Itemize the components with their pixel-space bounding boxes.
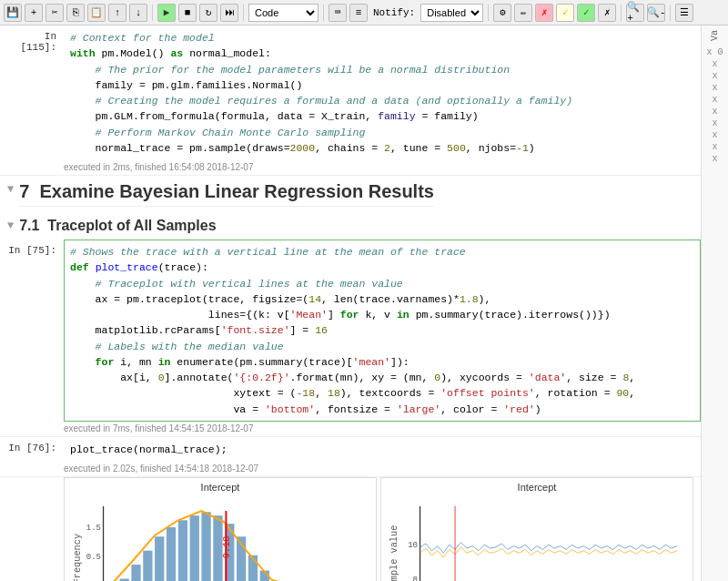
settings-icon[interactable]: ⚙ bbox=[493, 4, 511, 22]
svg-rect-18 bbox=[178, 520, 187, 581]
c75-line-4: ax = pm.traceplot(trace, figsize=(14, le… bbox=[70, 291, 694, 307]
code-line-3: pm.GLM.from_formula(formula, data = X_tr… bbox=[70, 108, 694, 124]
separator-1 bbox=[152, 5, 153, 21]
sidebar-var-label: Va bbox=[710, 30, 720, 41]
separator-2 bbox=[243, 5, 244, 21]
section-7-collapse[interactable]: ▼ bbox=[7, 183, 14, 196]
c75-line-11: ax[i, 0].annotate('{:0.2f}'.format(mn), … bbox=[70, 370, 694, 385]
run-icon[interactable]: ▶ bbox=[157, 4, 176, 22]
zoom-in-icon[interactable]: 🔍+ bbox=[626, 4, 644, 22]
menu-icon[interactable]: ☰ bbox=[675, 4, 693, 22]
plots-grid: Intercept Frequency 0.0 0.5 1.5 7.5 8.0 bbox=[64, 477, 693, 581]
intercept-histogram: Intercept Frequency 0.0 0.5 1.5 7.5 8.0 bbox=[64, 477, 377, 581]
paste-icon[interactable]: 📋 bbox=[87, 4, 106, 22]
code-comment-3: # Creating the model requires a formula … bbox=[70, 93, 694, 108]
c75-line-3: # Traceplot with vertical lines at the m… bbox=[70, 276, 694, 291]
keyboard-icon[interactable]: ⌨ bbox=[329, 4, 347, 22]
section-71-row: ▼ 7.1 Traceplot of All Samples bbox=[0, 216, 701, 240]
cut-icon[interactable]: ✂ bbox=[46, 4, 64, 22]
sidebar-x-label: x 0 bbox=[706, 47, 723, 57]
notify-label: Notify: bbox=[373, 7, 415, 18]
separator-4 bbox=[488, 5, 489, 21]
c75-line-2: def plot_trace(trace): bbox=[70, 260, 694, 275]
code-line-1: with pm.Model() as normal_model: bbox=[70, 46, 694, 61]
c76-line-1: plot_trace(normal_trace); bbox=[70, 442, 694, 457]
code-comment-4: # Perform Markov Chain Monte Carlo sampl… bbox=[70, 125, 694, 140]
intercept-trace-title: Intercept bbox=[385, 482, 689, 493]
move-up-icon[interactable]: ↑ bbox=[108, 4, 126, 22]
notebook: In [115]: # Context for the model with p… bbox=[0, 25, 701, 581]
section-71-header: 7.1 Traceplot of All Samples bbox=[19, 218, 216, 234]
cell-76-exec: executed in 2.02s, finished 14:54:18 201… bbox=[64, 462, 701, 476]
svg-rect-17 bbox=[167, 527, 176, 581]
sidebar-x-8[interactable]: x bbox=[712, 142, 717, 152]
notify-select[interactable]: Disabled Enabled bbox=[420, 4, 483, 22]
cell-115-exec: executed in 2ms, finished 16:54:08 2018-… bbox=[64, 160, 701, 175]
svg-text:9.18: 9.18 bbox=[221, 535, 232, 558]
cell-75: In [75]: # Shows the trace with a vertic… bbox=[0, 240, 701, 437]
zoom-out-icon[interactable]: 🔍- bbox=[647, 4, 665, 22]
c75-line-5: lines={(k: v['Mean'] for k, v in pm.summ… bbox=[70, 307, 694, 322]
move-down-icon[interactable]: ↓ bbox=[129, 4, 147, 22]
sidebar-x-9[interactable]: x bbox=[712, 154, 717, 164]
sidebar-x-5[interactable]: x bbox=[712, 107, 717, 117]
svg-rect-14 bbox=[131, 565, 140, 581]
red-x-icon[interactable]: ✗ bbox=[535, 4, 553, 22]
cell-75-code[interactable]: # Shows the trace with a vertical line a… bbox=[64, 240, 701, 422]
sidebar-x-7[interactable]: x bbox=[712, 130, 717, 140]
code-comment-2: # The prior for the model parameters wil… bbox=[70, 62, 694, 77]
cell-76-code[interactable]: plot_trace(normal_trace); bbox=[64, 437, 701, 462]
sidebar-x-6[interactable]: x bbox=[712, 118, 717, 128]
intercept-hist-title: Intercept bbox=[68, 482, 372, 493]
cell-76-prompt: In [76]: bbox=[0, 437, 64, 476]
intercept-trace-svg: Sample value 8 10 0 500 1000 1500 2000 bbox=[385, 494, 689, 581]
svg-text:8: 8 bbox=[413, 576, 418, 581]
sidebar-x-1[interactable]: x bbox=[712, 59, 717, 69]
cell-type-select[interactable]: Code Markdown Raw bbox=[248, 4, 318, 22]
section-71-collapse[interactable]: ▼ bbox=[7, 219, 14, 232]
code-comment-1: # Context for the model bbox=[70, 30, 694, 46]
save-icon[interactable]: 💾 bbox=[4, 4, 22, 22]
add-cell-icon[interactable]: + bbox=[25, 4, 43, 22]
restart-run-icon[interactable]: ⏭ bbox=[220, 4, 238, 22]
green-check-icon[interactable]: ✓ bbox=[577, 4, 595, 22]
svg-rect-20 bbox=[201, 512, 210, 581]
c75-line-1: # Shows the trace with a vertical line a… bbox=[70, 244, 694, 260]
cell-75-exec: executed in 7ms, finished 14:54:15 2018-… bbox=[64, 422, 701, 436]
svg-text:0.5: 0.5 bbox=[86, 553, 101, 562]
grid-icon[interactable]: ≡ bbox=[349, 4, 368, 22]
intercept-trace-ylabel: Sample value bbox=[389, 525, 399, 581]
cell-76: In [76]: plot_trace(normal_trace); execu… bbox=[0, 437, 701, 477]
svg-rect-15 bbox=[143, 551, 152, 581]
copy-icon[interactable]: ⎘ bbox=[66, 4, 85, 22]
code-line-4: normal_trace = pm.sample(draws=2000, cha… bbox=[70, 140, 694, 156]
c75-line-13: va = 'bottom', fontsize = 'large', color… bbox=[70, 402, 694, 417]
cell-115: In [115]: # Context for the model with p… bbox=[0, 25, 701, 176]
interrupt-icon[interactable]: ■ bbox=[178, 4, 197, 22]
yellow-check-icon[interactable]: ✓ bbox=[556, 4, 574, 22]
right-sidebar: Va x 0 x x x x x x x x x bbox=[701, 25, 728, 581]
svg-text:1.5: 1.5 bbox=[86, 524, 101, 533]
sidebar-x-3[interactable]: x bbox=[712, 83, 717, 93]
separator-5 bbox=[621, 5, 622, 21]
code-line-2: family = pm.glm.families.Normal() bbox=[70, 77, 694, 93]
separator-3 bbox=[323, 5, 324, 21]
c75-line-10: for i, mn in enumerate(pm.summary(trace)… bbox=[70, 354, 694, 370]
section-7-row: ▼ 7 Examine Bayesian Linear Regression R… bbox=[0, 176, 701, 216]
c75-line-12: xytext = (-18, 18), textcoords = 'offset… bbox=[70, 385, 694, 401]
svg-text:10: 10 bbox=[408, 541, 418, 550]
section-7-header: 7 Examine Bayesian Linear Regression Res… bbox=[19, 181, 434, 207]
sidebar-x-4[interactable]: x bbox=[712, 95, 717, 105]
restart-icon[interactable]: ↻ bbox=[199, 4, 217, 22]
toolbar: 💾 + ✂ ⎘ 📋 ↑ ↓ ▶ ■ ↻ ⏭ Code Markdown Raw … bbox=[0, 0, 728, 25]
x-icon[interactable]: ✗ bbox=[598, 4, 616, 22]
intercept-hist-ylabel: Frequency bbox=[72, 534, 83, 581]
cell-75-prompt: In [75]: bbox=[0, 240, 64, 436]
c75-line-7: matplotlib.rcParams['font.size'] = 16 bbox=[70, 322, 694, 338]
sidebar-x-2[interactable]: x bbox=[712, 71, 717, 81]
cell-115-code[interactable]: # Context for the model with pm.Model() … bbox=[64, 25, 701, 160]
intercept-trace: Intercept Sample value 8 10 0 500 1000 1… bbox=[380, 477, 693, 581]
pencil-icon[interactable]: ✏ bbox=[514, 4, 532, 22]
cell-115-prompt: In [115]: bbox=[0, 25, 64, 175]
separator-6 bbox=[670, 5, 671, 21]
